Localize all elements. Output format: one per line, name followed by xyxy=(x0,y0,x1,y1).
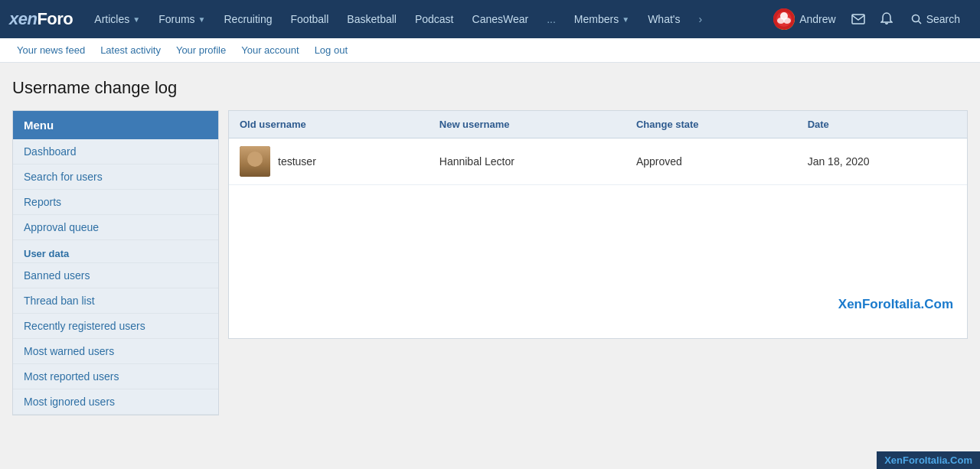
user-avatar-icon xyxy=(773,8,795,30)
sub-nav-logout[interactable]: Log out xyxy=(307,38,355,63)
cell-change-state: Approved xyxy=(626,138,797,185)
sub-navbar: Your news feed Latest activity Your prof… xyxy=(0,38,980,63)
col-new-username: New username xyxy=(429,111,626,138)
sidebar-item-dashboard[interactable]: Dashboard xyxy=(13,139,218,164)
svg-rect-5 xyxy=(852,15,864,24)
sidebar-item-most-ignored[interactable]: Most ignored users xyxy=(13,389,218,415)
col-old-username: Old username xyxy=(229,111,429,138)
cell-date: Jan 18, 2020 xyxy=(797,138,967,185)
sidebar-item-most-warned[interactable]: Most warned users xyxy=(13,339,218,364)
sidebar-item-reports[interactable]: Reports xyxy=(13,190,218,215)
nav-football[interactable]: Football xyxy=(282,0,338,38)
sidebar-item-recently-registered[interactable]: Recently registered users xyxy=(13,314,218,339)
search-btn[interactable]: Search xyxy=(900,0,971,38)
page-title: Username change log xyxy=(12,78,968,98)
nav-more[interactable]: ... xyxy=(537,0,565,38)
main-content: Username change log Menu Dashboard Searc… xyxy=(0,63,980,431)
logo-xen: xen xyxy=(9,9,37,28)
site-logo[interactable]: xenForo xyxy=(9,9,73,29)
members-dropdown-icon: ▼ xyxy=(622,15,629,24)
nav-items: Articles ▼ Forums ▼ Recruiting Football … xyxy=(85,0,766,38)
nav-right: Andrew Search xyxy=(766,0,971,38)
messages-icon-btn[interactable] xyxy=(844,0,873,38)
table-row: testuser Hannibal Lector Approved Jan 18… xyxy=(229,138,967,185)
svg-point-4 xyxy=(783,18,791,24)
search-label: Search xyxy=(926,13,960,25)
avatar-face xyxy=(240,146,270,177)
table-area: Old username New username Change state D… xyxy=(228,110,968,339)
sidebar-item-approval-queue[interactable]: Approval queue xyxy=(13,215,218,240)
articles-dropdown-icon: ▼ xyxy=(132,15,140,24)
svg-line-7 xyxy=(918,21,921,24)
avatar xyxy=(240,146,270,177)
sidebar-item-search-for-users[interactable]: Search for users xyxy=(13,164,218,190)
sidebar-item-most-reported[interactable]: Most reported users xyxy=(13,364,218,389)
nav-basketball[interactable]: Basketball xyxy=(338,0,406,38)
user-menu[interactable]: Andrew xyxy=(766,0,843,38)
content-wrapper: Menu Dashboard Search for users Reports … xyxy=(12,110,968,415)
sub-nav-news-feed[interactable]: Your news feed xyxy=(9,38,93,63)
sub-nav-your-account[interactable]: Your account xyxy=(234,38,306,63)
table-header-row: Old username New username Change state D… xyxy=(229,111,967,138)
nav-whats[interactable]: What's xyxy=(639,0,689,38)
svg-point-6 xyxy=(912,15,919,22)
nav-forums[interactable]: Forums ▼ xyxy=(149,0,214,38)
main-navbar: xenForo Articles ▼ Forums ▼ Recruiting F… xyxy=(0,0,980,38)
sub-nav-latest-activity[interactable]: Latest activity xyxy=(93,38,168,63)
nav-articles[interactable]: Articles ▼ xyxy=(85,0,149,38)
nav-members[interactable]: Members ▼ xyxy=(565,0,639,38)
forums-dropdown-icon: ▼ xyxy=(198,15,206,24)
logo-foro: Foro xyxy=(37,9,73,28)
sidebar-item-banned-users[interactable]: Banned users xyxy=(13,263,218,288)
user-avatar-cell: testuser xyxy=(240,146,418,177)
col-date: Date xyxy=(797,111,967,138)
nav-recruiting[interactable]: Recruiting xyxy=(214,0,281,38)
sidebar-item-thread-ban-list[interactable]: Thread ban list xyxy=(13,288,218,314)
notifications-icon-btn[interactable] xyxy=(873,0,900,38)
cell-new-username: Hannibal Lector xyxy=(429,138,626,185)
nav-caneswear[interactable]: CanesWear xyxy=(463,0,538,38)
col-change-state: Change state xyxy=(626,111,797,138)
sidebar-menu-header: Menu xyxy=(13,111,218,139)
cell-old-username: testuser xyxy=(229,138,429,185)
watermark-middle: XenForoItalia.Com xyxy=(832,294,959,315)
username-label: Andrew xyxy=(799,13,835,25)
nav-chevron-right[interactable]: › xyxy=(689,0,711,38)
sub-nav-your-profile[interactable]: Your profile xyxy=(168,38,234,63)
sidebar: Menu Dashboard Search for users Reports … xyxy=(12,110,219,415)
old-username-text: testuser xyxy=(278,155,316,168)
nav-podcast[interactable]: Podcast xyxy=(406,0,463,38)
sidebar-section-user-data: User data xyxy=(13,240,218,263)
username-change-log-table: Old username New username Change state D… xyxy=(229,111,967,185)
